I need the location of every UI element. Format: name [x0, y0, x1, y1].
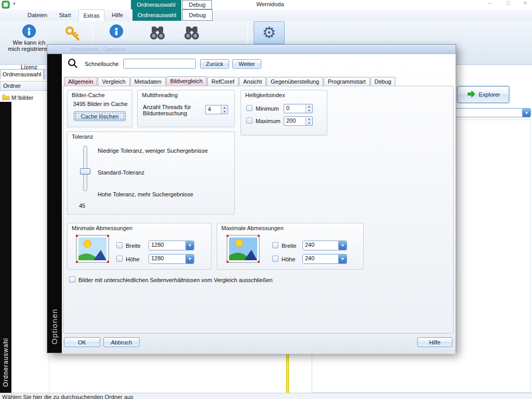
- min-dimensions-group: Minimale Abmessungen Breite 1280 ▼ Höhe …: [67, 223, 211, 270]
- clear-cache-button[interactable]: Cache löschen: [74, 111, 126, 121]
- min-height-combo[interactable]: 1280 ▼: [149, 254, 194, 264]
- dropdown-arrow-icon[interactable]: ▼: [185, 255, 194, 263]
- context-header-debug[interactable]: Debug: [182, 0, 212, 9]
- back-button[interactable]: Zurück: [200, 59, 229, 69]
- folder-icon: [2, 94, 10, 101]
- dropdown-arrow-icon[interactable]: ▼: [338, 255, 347, 263]
- dialog-tab-row: AllgemeinVergleichMetadatenBildvergleich…: [64, 76, 453, 86]
- close-button[interactable]: ✕: [518, 0, 532, 6]
- min-height-label: Höhe: [126, 256, 139, 262]
- max-dimensions-title: Maximale Abmessungen: [221, 225, 284, 231]
- minimum-label: Minimum: [256, 105, 279, 112]
- threads-spinner[interactable]: 4 ▲▼: [205, 105, 228, 114]
- explorer-button[interactable]: Explorer: [457, 86, 509, 103]
- tree-item-label: M:\bilder: [11, 95, 33, 101]
- tab-programmstart[interactable]: Programmstart: [324, 77, 370, 86]
- sidebar-vertical-label: Ordnerauswahl: [2, 338, 9, 387]
- image-thumbnail-icon: [227, 235, 260, 264]
- max-width-value: 240: [303, 241, 338, 250]
- max-width-checkbox[interactable]: [272, 242, 278, 248]
- ribbon-tab-ordnerauswahl[interactable]: Ordnerauswahl: [132, 9, 181, 21]
- spin-up-icon[interactable]: ▲: [306, 104, 312, 109]
- dropdown-arrow-icon[interactable]: ▼: [338, 241, 347, 250]
- maximize-button[interactable]: ☐: [500, 0, 516, 6]
- spin-down-icon[interactable]: ▼: [221, 110, 228, 114]
- window-titlebar: ▾ Ordnerauswahl Debug Wernidoda ─ ☐ ✕: [0, 0, 532, 9]
- tab-bildvergleich[interactable]: Bildvergleich: [166, 76, 207, 86]
- register-label-line1: Wie kann ich: [13, 39, 46, 46]
- context-header-ordnerauswahl[interactable]: Ordnerauswahl: [131, 0, 181, 9]
- min-width-checkbox[interactable]: [116, 242, 123, 248]
- ribbon-tab-debug[interactable]: Debug: [182, 9, 212, 21]
- max-height-checkbox[interactable]: [272, 256, 278, 262]
- spin-down-icon[interactable]: ▼: [306, 121, 312, 125]
- spin-up-icon[interactable]: ▲: [306, 117, 312, 121]
- min-height-checkbox[interactable]: [116, 256, 123, 262]
- splitter-handle[interactable]: [286, 354, 289, 393]
- ok-button[interactable]: OK: [64, 337, 100, 347]
- register-label-line2: mich registrieren: [8, 46, 50, 52]
- min-width-combo[interactable]: 1280 ▼: [149, 241, 194, 250]
- threads-label-line1: Anzahl Threads für: [143, 104, 191, 110]
- info-icon: [109, 24, 124, 39]
- binoculars-icon: [149, 25, 166, 42]
- tree-item-bilder[interactable]: M:\bilder: [0, 93, 49, 102]
- ribbon-tab-start[interactable]: Start: [52, 9, 77, 21]
- max-width-combo[interactable]: 240 ▼: [302, 241, 347, 250]
- cache-group-title: Bilder-Cache: [72, 92, 105, 98]
- sidebar-tab-ordnerauswahl[interactable]: Ordnerauswahl: [0, 69, 44, 79]
- app-icon[interactable]: [2, 1, 10, 9]
- tab-gegenueberstellung[interactable]: Gegenüberstellung: [267, 77, 323, 86]
- spin-up-icon[interactable]: ▲: [221, 105, 228, 110]
- tab-metadaten[interactable]: Metadaten: [130, 77, 166, 86]
- quicksearch-field: [123, 59, 196, 69]
- help-button[interactable]: Hilfe: [417, 337, 453, 347]
- statusbar: Wählen Sie hier die zu durchsuchenden Or…: [0, 393, 532, 399]
- key-icon: [64, 25, 81, 43]
- minimum-spinner[interactable]: 0 ▲▼: [284, 104, 313, 113]
- max-height-combo[interactable]: 240 ▼: [302, 254, 347, 264]
- dropdown-arrow-icon[interactable]: ▼: [522, 109, 530, 117]
- threads-value: 4: [206, 105, 221, 114]
- tolerance-slider-handle[interactable]: [80, 168, 90, 175]
- minimum-checkbox[interactable]: [246, 105, 252, 111]
- tolerance-low-label: Niedrige Toleranz, weniger Suchergebniss…: [98, 148, 208, 154]
- min-width-value: 1280: [149, 241, 185, 250]
- tree-column-header[interactable]: Ordner: [0, 81, 49, 91]
- tab-debug[interactable]: Debug: [370, 77, 395, 86]
- statusbar-text: Wählen Sie hier die zu durchsuchenden Or…: [2, 394, 134, 399]
- cache-group: Bilder-Cache 3495 Bilder im Cache Cache …: [67, 90, 132, 127]
- brightness-group: Helligkeitsindex Minimum 0 ▲▼ Maximum 20…: [241, 90, 327, 136]
- maximum-checkbox[interactable]: [246, 117, 252, 124]
- cache-count-text: 3495 Bilder im Cache: [68, 101, 133, 107]
- tab-allgemein[interactable]: Allgemein: [64, 77, 97, 86]
- dialog-title: Wernidoda - Optionen: [71, 46, 126, 52]
- minimize-button[interactable]: ─: [482, 0, 498, 6]
- min-width-label: Breite: [126, 243, 141, 249]
- tab-vergleich[interactable]: Vergleich: [98, 77, 129, 86]
- quicksearch-input[interactable]: [123, 59, 196, 69]
- tolerance-high-label: Hohe Toleranz, mehr Suchergebnisse: [98, 191, 193, 197]
- spin-down-icon[interactable]: ▼: [306, 109, 312, 113]
- cancel-button[interactable]: Abbruch: [103, 337, 140, 347]
- dropdown-arrow-icon[interactable]: ▼: [185, 241, 194, 250]
- maximum-value: 200: [284, 117, 305, 125]
- tolerance-mid-label: Standard-Toleranz: [98, 169, 144, 176]
- dialog-titlebar[interactable]: Wernidoda - Optionen: [47, 45, 456, 54]
- ribbon-tab-dateien[interactable]: Dateien: [23, 9, 51, 21]
- minimum-value: 0: [284, 104, 305, 113]
- options-button[interactable]: ⚙: [254, 21, 285, 44]
- dialog-side-strip: Optionen: [47, 54, 62, 353]
- ribbon-tab-extras[interactable]: Extras: [78, 9, 104, 21]
- sidebar-collapsed-strip[interactable]: Ordnerauswahl: [0, 102, 11, 393]
- maximum-spinner[interactable]: 200 ▲▼: [284, 116, 313, 126]
- maximum-label: Maximum: [256, 118, 281, 124]
- aspect-ratio-checkbox[interactable]: [69, 276, 75, 283]
- quick-access-caret-icon[interactable]: ▾: [13, 1, 16, 6]
- ribbon-tab-hilfe[interactable]: Hilfe: [105, 9, 129, 21]
- brightness-group-title: Helligkeitsindex: [245, 92, 285, 98]
- tab-ansicht[interactable]: Ansicht: [239, 77, 266, 86]
- tab-refcoref[interactable]: RefCoref: [207, 77, 238, 86]
- dialog-vertical-label: Optionen: [50, 309, 59, 344]
- next-button[interactable]: Weiter: [232, 59, 261, 69]
